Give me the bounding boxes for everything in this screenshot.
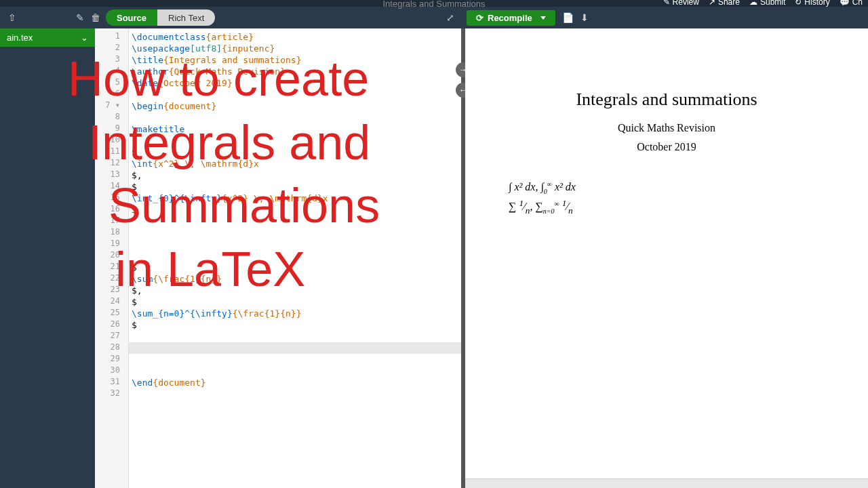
code-line[interactable] — [129, 354, 461, 365]
line-number: 28 — [95, 342, 128, 354]
line-number: 3 — [95, 54, 128, 66]
line-number: 14 — [95, 181, 128, 192]
line-number: 29 — [95, 354, 128, 365]
code-line[interactable] — [129, 135, 461, 146]
pdf-preview: Integrals and summations Quick Maths Rev… — [465, 28, 868, 488]
code-line[interactable]: \end{document} — [129, 377, 461, 388]
code-editor[interactable]: 1234567 ▾8910111213141516171819202122232… — [95, 28, 461, 488]
logs-icon[interactable]: 📄 — [562, 12, 574, 23]
code-line[interactable]: $ — [129, 181, 461, 192]
line-number: 5 — [95, 77, 128, 89]
line-number: 4 — [95, 66, 128, 77]
doc-title: Integrals and summations — [492, 89, 841, 110]
upload-icon[interactable]: ⇧ — [8, 12, 16, 23]
line-number: 24 — [95, 296, 128, 308]
history-button[interactable]: ↻ History — [795, 0, 829, 7]
line-number: 19 — [95, 239, 128, 250]
doc-date: October 2019 — [492, 141, 841, 153]
code-line[interactable]: \usepackage[utf8]{inputenc} — [129, 43, 461, 54]
line-number: 25 — [95, 308, 128, 319]
line-number: 2 — [95, 43, 128, 54]
line-number: 18 — [95, 227, 128, 239]
line-number: 9 — [95, 123, 128, 135]
code-line[interactable] — [129, 89, 461, 100]
line-number: 15 — [95, 192, 128, 204]
code-line[interactable] — [129, 342, 461, 354]
line-number: 22 — [95, 273, 128, 285]
line-number: 12 — [95, 158, 128, 169]
line-number: 17 — [95, 216, 128, 227]
edit-icon[interactable]: ✎ — [76, 12, 84, 23]
line-number: 30 — [95, 365, 128, 377]
line-number: 10 — [95, 135, 128, 146]
code-line[interactable]: $, — [129, 169, 461, 181]
line-number: 7 ▾ — [95, 100, 128, 112]
code-line[interactable]: \author{Quick Maths Revision} — [129, 66, 461, 77]
code-line[interactable]: \int_{0}^{\infty}{x^2} \, \mathrm{d}x — [129, 192, 461, 204]
line-number: 20 — [95, 250, 128, 262]
tab-richtext[interactable]: Rich Text — [157, 9, 215, 26]
line-number: 1 — [95, 31, 128, 43]
recompile-button[interactable]: ⟳ Recompile — [467, 10, 555, 26]
code-line[interactable]: $ — [129, 296, 461, 308]
file-main-tex[interactable]: ain.tex ⌄ — [0, 28, 95, 47]
code-line[interactable] — [129, 250, 461, 262]
refresh-icon: ⟳ — [476, 13, 484, 23]
code-line[interactable] — [129, 227, 461, 239]
code-line[interactable]: \sum_{n=0}^{\infty}{\frac{1}{n}} — [129, 308, 461, 319]
line-number: 31 — [95, 377, 128, 388]
code-line[interactable]: \begin{document} — [129, 100, 461, 112]
line-number: 26 — [95, 319, 128, 331]
code-line[interactable]: \date{October 2019} — [129, 77, 461, 89]
project-title: Integrals and Summations — [382, 0, 485, 9]
line-number: 27 — [95, 331, 128, 342]
code-line[interactable]: \documentclass{article} — [129, 31, 461, 43]
share-button[interactable]: ↗ Share — [709, 0, 740, 7]
code-line[interactable]: \sum{\frac{1}{n}} — [129, 273, 461, 285]
expand-icon[interactable]: ⤢ — [446, 12, 454, 23]
code-line[interactable] — [129, 331, 461, 342]
code-line[interactable] — [129, 112, 461, 123]
code-line[interactable] — [129, 239, 461, 250]
math-line-1: ∫ x² dx, ∫0∞ x² dx — [509, 180, 841, 195]
review-button[interactable]: ✎ Review — [663, 0, 699, 7]
chevron-down-icon[interactable] — [540, 16, 546, 20]
doc-author: Quick Maths Revision — [492, 122, 841, 134]
code-line[interactable]: \int{x^2} \, \mathrm{d}x — [129, 158, 461, 169]
line-number: 8 — [95, 112, 128, 123]
delete-icon[interactable]: 🗑 — [91, 12, 100, 23]
line-number: 16 — [95, 204, 128, 216]
line-number: 23 — [95, 285, 128, 296]
code-line[interactable]: $ — [129, 262, 461, 273]
code-line[interactable]: $ — [129, 319, 461, 331]
line-number: 32 — [95, 388, 128, 400]
submit-button[interactable]: ☁ Submit — [749, 0, 785, 7]
code-line[interactable] — [129, 365, 461, 377]
code-line[interactable] — [129, 216, 461, 227]
line-number: 11 — [95, 146, 128, 158]
chat-button[interactable]: 💬 Ch — [840, 0, 863, 7]
tab-source[interactable]: Source — [106, 9, 157, 26]
code-line[interactable]: \maketitle — [129, 123, 461, 135]
line-number: 21 — [95, 262, 128, 273]
chevron-down-icon[interactable]: ⌄ — [81, 33, 88, 43]
math-line-2: ∑ 1⁄n, ∑n=0∞ 1⁄n — [509, 198, 841, 216]
preview-scrollbar[interactable] — [465, 479, 868, 488]
code-line[interactable] — [129, 388, 461, 400]
line-number: 6 — [95, 89, 128, 100]
code-line[interactable]: $ — [129, 146, 461, 158]
download-icon[interactable]: ⬇ — [580, 12, 589, 23]
code-line[interactable]: $ — [129, 204, 461, 216]
file-tree: ain.tex ⌄ — [0, 28, 95, 488]
code-line[interactable]: $, — [129, 285, 461, 296]
line-number: 13 — [95, 169, 128, 181]
code-line[interactable]: \title{Integrals and summations} — [129, 54, 461, 66]
editor-mode-tabs: Source Rich Text — [106, 9, 215, 26]
